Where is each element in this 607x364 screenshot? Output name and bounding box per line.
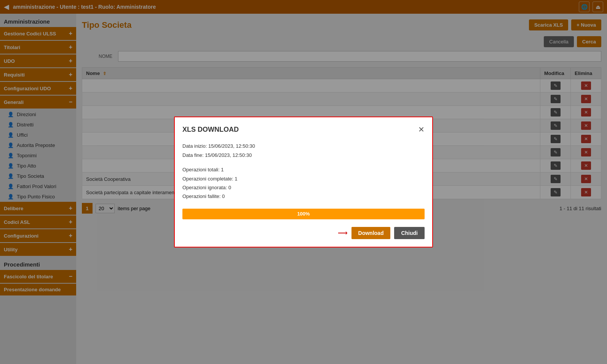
xls-download-modal: XLS DOWNLOAD ✕ Data inizio: 15/06/2023, …	[174, 117, 433, 247]
operazioni-totali: Operazioni totali: 1	[182, 165, 425, 174]
data-fine: Data fine: 15/06/2023, 12:50:30	[182, 151, 425, 160]
operazioni-ignorata: Operazioni ignorata: 0	[182, 183, 425, 192]
download-button[interactable]: Download	[351, 227, 391, 239]
operazioni-fallite: Operazioni fallite: 0	[182, 192, 425, 201]
chiudi-button[interactable]: Chiudi	[394, 227, 425, 239]
modal-stats: Operazioni totali: 1 Operazioni completa…	[182, 165, 425, 201]
modal-overlay: XLS DOWNLOAD ✕ Data inizio: 15/06/2023, …	[0, 0, 607, 364]
progress-bar-container: 100%	[182, 209, 425, 219]
modal-footer: ⟶ Download Chiudi	[182, 227, 425, 239]
modal-title: XLS DOWNLOAD	[182, 126, 239, 134]
progress-label: 100%	[297, 211, 310, 217]
modal-info: Data inizio: 15/06/2023, 12:50:30 Data f…	[182, 142, 425, 160]
arrow-indicator: ⟶	[338, 229, 348, 237]
progress-bar-fill: 100%	[182, 209, 425, 219]
modal-header: XLS DOWNLOAD ✕	[182, 125, 425, 134]
modal-close-button[interactable]: ✕	[418, 125, 425, 134]
data-inizio: Data inizio: 15/06/2023, 12:50:30	[182, 142, 425, 150]
operazioni-completate: Operazioni completate: 1	[182, 174, 425, 183]
